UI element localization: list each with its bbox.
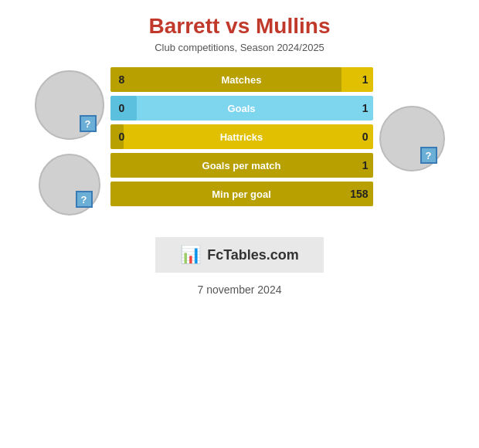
match-date: 7 november 2024 bbox=[198, 283, 282, 296]
stat-right-val-3: 1 bbox=[362, 159, 369, 171]
stat-label-1: Goals bbox=[110, 103, 373, 114]
right-avatar-1-question: ? bbox=[420, 147, 437, 164]
right-avatar-1: ? bbox=[379, 106, 445, 171]
stat-label-2: Hattricks bbox=[110, 131, 373, 143]
stat-right-val-1: 1 bbox=[362, 102, 369, 114]
stat-right-val-0: 1 bbox=[362, 73, 369, 86]
stat-row-4: Min per goal158 bbox=[110, 182, 373, 206]
logo-area: 📊 FcTables.com 7 november 2024 bbox=[155, 237, 324, 296]
left-avatars: ? ? bbox=[35, 67, 104, 216]
left-avatar-1-question: ? bbox=[80, 115, 97, 132]
stat-left-val-2: 0 bbox=[110, 131, 134, 143]
stat-row-3: Goals per match1 bbox=[110, 153, 373, 178]
logo-icon: 📊 bbox=[180, 245, 201, 265]
page: Barrett vs Mullins Club competitions, Se… bbox=[0, 0, 479, 448]
stat-right-val-2: 0 bbox=[362, 131, 369, 143]
left-avatar-1: ? bbox=[35, 70, 104, 140]
main-area: ? ? 8Matches10Goals10Hattricks0Goals per… bbox=[0, 67, 479, 216]
logo-box: 📊 FcTables.com bbox=[155, 237, 324, 273]
logo-text: FcTables.com bbox=[207, 247, 299, 263]
match-title: Barrett vs Mullins bbox=[149, 14, 331, 39]
stat-row-2: 0Hattricks0 bbox=[110, 124, 373, 149]
stat-left-val-1: 0 bbox=[110, 102, 134, 114]
match-subtitle: Club competitions, Season 2024/2025 bbox=[155, 42, 324, 53]
right-avatars: ? bbox=[379, 67, 445, 171]
stat-right-val-4: 158 bbox=[350, 188, 368, 200]
stats-table: 8Matches10Goals10Hattricks0Goals per mat… bbox=[110, 67, 373, 206]
stat-row-0: 8Matches1 bbox=[110, 67, 373, 92]
left-avatar-2: ? bbox=[39, 154, 100, 216]
stat-row-1: 0Goals1 bbox=[110, 96, 373, 120]
left-avatar-2-question: ? bbox=[76, 191, 93, 208]
stat-left-val-0: 8 bbox=[110, 73, 134, 86]
